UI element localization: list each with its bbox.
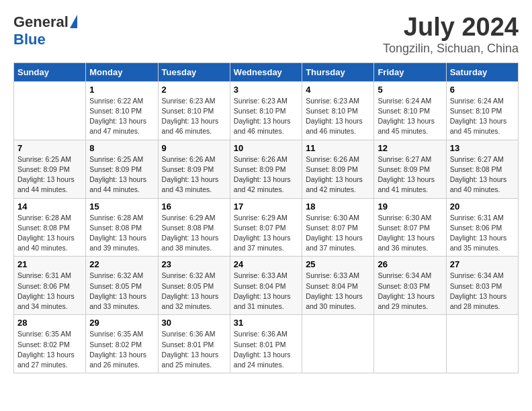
day-number: 12 <box>378 143 442 153</box>
day-number: 1 <box>89 85 154 95</box>
day-detail: Sunrise: 6:31 AM Sunset: 8:06 PM Dayligh… <box>450 213 515 254</box>
day-detail: Sunrise: 6:22 AM Sunset: 8:10 PM Dayligh… <box>89 96 154 137</box>
calendar-table: SundayMondayTuesdayWednesdayThursdayFrid… <box>13 62 519 373</box>
calendar-cell: 13Sunrise: 6:27 AM Sunset: 8:08 PM Dayli… <box>446 140 518 198</box>
calendar-cell: 5Sunrise: 6:24 AM Sunset: 8:10 PM Daylig… <box>374 81 446 140</box>
page-header: General Blue July 2024 Tongzilin, Sichua… <box>13 13 519 56</box>
location: Tongzilin, Sichuan, China <box>383 42 519 56</box>
day-detail: Sunrise: 6:30 AM Sunset: 8:07 PM Dayligh… <box>306 213 370 254</box>
calendar-cell: 9Sunrise: 6:26 AM Sunset: 8:09 PM Daylig… <box>158 140 230 198</box>
day-number: 21 <box>17 259 82 269</box>
calendar-cell: 25Sunrise: 6:33 AM Sunset: 8:04 PM Dayli… <box>302 257 374 315</box>
calendar-cell: 28Sunrise: 6:35 AM Sunset: 8:02 PM Dayli… <box>14 315 86 373</box>
day-detail: Sunrise: 6:26 AM Sunset: 8:09 PM Dayligh… <box>306 154 370 195</box>
day-number: 9 <box>162 143 226 153</box>
header-wednesday: Wednesday <box>230 62 302 81</box>
calendar-cell: 3Sunrise: 6:23 AM Sunset: 8:10 PM Daylig… <box>230 81 302 140</box>
day-number: 24 <box>234 259 298 269</box>
header-tuesday: Tuesday <box>158 62 230 81</box>
day-number: 14 <box>17 201 82 212</box>
day-number: 11 <box>306 143 370 153</box>
day-number: 20 <box>450 201 515 212</box>
day-number: 4 <box>306 85 370 95</box>
day-number: 27 <box>450 259 515 269</box>
logo: General Blue <box>13 13 77 48</box>
day-detail: Sunrise: 6:36 AM Sunset: 8:01 PM Dayligh… <box>162 329 226 370</box>
day-number: 28 <box>17 318 82 328</box>
day-detail: Sunrise: 6:28 AM Sunset: 8:08 PM Dayligh… <box>89 213 154 254</box>
day-detail: Sunrise: 6:24 AM Sunset: 8:10 PM Dayligh… <box>450 96 515 137</box>
day-detail: Sunrise: 6:23 AM Sunset: 8:10 PM Dayligh… <box>234 96 298 137</box>
calendar-cell: 12Sunrise: 6:27 AM Sunset: 8:09 PM Dayli… <box>374 140 446 198</box>
calendar-week-row: 21Sunrise: 6:31 AM Sunset: 8:06 PM Dayli… <box>14 257 519 315</box>
calendar-cell: 1Sunrise: 6:22 AM Sunset: 8:10 PM Daylig… <box>86 81 158 140</box>
day-number: 25 <box>306 259 370 269</box>
day-detail: Sunrise: 6:35 AM Sunset: 8:02 PM Dayligh… <box>17 329 82 370</box>
calendar-week-row: 7Sunrise: 6:25 AM Sunset: 8:09 PM Daylig… <box>14 140 519 198</box>
day-detail: Sunrise: 6:34 AM Sunset: 8:03 PM Dayligh… <box>378 271 442 312</box>
day-detail: Sunrise: 6:31 AM Sunset: 8:06 PM Dayligh… <box>17 271 82 312</box>
header-saturday: Saturday <box>446 62 518 81</box>
calendar-cell: 7Sunrise: 6:25 AM Sunset: 8:09 PM Daylig… <box>14 140 86 198</box>
day-detail: Sunrise: 6:32 AM Sunset: 8:05 PM Dayligh… <box>162 271 226 312</box>
header-thursday: Thursday <box>302 62 374 81</box>
calendar-cell: 21Sunrise: 6:31 AM Sunset: 8:06 PM Dayli… <box>14 257 86 315</box>
day-number: 5 <box>378 85 442 95</box>
calendar-cell: 17Sunrise: 6:29 AM Sunset: 8:07 PM Dayli… <box>230 198 302 257</box>
calendar-cell: 23Sunrise: 6:32 AM Sunset: 8:05 PM Dayli… <box>158 257 230 315</box>
calendar-cell: 22Sunrise: 6:32 AM Sunset: 8:05 PM Dayli… <box>86 257 158 315</box>
calendar-cell: 19Sunrise: 6:30 AM Sunset: 8:07 PM Dayli… <box>374 198 446 257</box>
header-sunday: Sunday <box>14 62 86 81</box>
calendar-week-row: 28Sunrise: 6:35 AM Sunset: 8:02 PM Dayli… <box>14 315 519 373</box>
calendar-cell <box>302 315 374 373</box>
day-number: 30 <box>162 318 226 328</box>
calendar-cell: 10Sunrise: 6:26 AM Sunset: 8:09 PM Dayli… <box>230 140 302 198</box>
day-detail: Sunrise: 6:33 AM Sunset: 8:04 PM Dayligh… <box>306 271 370 312</box>
calendar-cell: 24Sunrise: 6:33 AM Sunset: 8:04 PM Dayli… <box>230 257 302 315</box>
calendar-cell: 11Sunrise: 6:26 AM Sunset: 8:09 PM Dayli… <box>302 140 374 198</box>
day-detail: Sunrise: 6:34 AM Sunset: 8:03 PM Dayligh… <box>450 271 515 312</box>
day-number: 18 <box>306 201 370 212</box>
day-number: 15 <box>89 201 154 212</box>
day-number: 13 <box>450 143 515 153</box>
logo-general: General <box>13 13 69 31</box>
calendar-cell: 15Sunrise: 6:28 AM Sunset: 8:08 PM Dayli… <box>86 198 158 257</box>
day-detail: Sunrise: 6:23 AM Sunset: 8:10 PM Dayligh… <box>306 96 370 137</box>
calendar-cell: 2Sunrise: 6:23 AM Sunset: 8:10 PM Daylig… <box>158 81 230 140</box>
day-detail: Sunrise: 6:33 AM Sunset: 8:04 PM Dayligh… <box>234 271 298 312</box>
day-number: 10 <box>234 143 298 153</box>
day-number: 3 <box>234 85 298 95</box>
calendar-cell: 26Sunrise: 6:34 AM Sunset: 8:03 PM Dayli… <box>374 257 446 315</box>
calendar-week-row: 14Sunrise: 6:28 AM Sunset: 8:08 PM Dayli… <box>14 198 519 257</box>
day-number: 6 <box>450 85 515 95</box>
header-monday: Monday <box>86 62 158 81</box>
day-detail: Sunrise: 6:25 AM Sunset: 8:09 PM Dayligh… <box>17 154 82 195</box>
calendar-cell: 6Sunrise: 6:24 AM Sunset: 8:10 PM Daylig… <box>446 81 518 140</box>
calendar-cell <box>374 315 446 373</box>
month-year: July 2024 <box>383 13 519 42</box>
day-number: 8 <box>89 143 154 153</box>
day-detail: Sunrise: 6:27 AM Sunset: 8:09 PM Dayligh… <box>378 154 442 195</box>
day-detail: Sunrise: 6:28 AM Sunset: 8:08 PM Dayligh… <box>17 213 82 254</box>
day-number: 31 <box>234 318 298 328</box>
day-detail: Sunrise: 6:30 AM Sunset: 8:07 PM Dayligh… <box>378 213 442 254</box>
day-number: 29 <box>89 318 154 328</box>
calendar-header-row: SundayMondayTuesdayWednesdayThursdayFrid… <box>14 62 519 81</box>
calendar-week-row: 1Sunrise: 6:22 AM Sunset: 8:10 PM Daylig… <box>14 81 519 140</box>
calendar-cell: 27Sunrise: 6:34 AM Sunset: 8:03 PM Dayli… <box>446 257 518 315</box>
day-detail: Sunrise: 6:24 AM Sunset: 8:10 PM Dayligh… <box>378 96 442 137</box>
calendar-cell: 16Sunrise: 6:29 AM Sunset: 8:08 PM Dayli… <box>158 198 230 257</box>
day-detail: Sunrise: 6:29 AM Sunset: 8:07 PM Dayligh… <box>234 213 298 254</box>
logo-blue: Blue <box>13 31 46 48</box>
day-detail: Sunrise: 6:26 AM Sunset: 8:09 PM Dayligh… <box>162 154 226 195</box>
day-detail: Sunrise: 6:27 AM Sunset: 8:08 PM Dayligh… <box>450 154 515 195</box>
calendar-cell: 8Sunrise: 6:25 AM Sunset: 8:09 PM Daylig… <box>86 140 158 198</box>
calendar-cell: 30Sunrise: 6:36 AM Sunset: 8:01 PM Dayli… <box>158 315 230 373</box>
calendar-cell <box>14 81 86 140</box>
calendar-cell: 31Sunrise: 6:36 AM Sunset: 8:01 PM Dayli… <box>230 315 302 373</box>
day-detail: Sunrise: 6:36 AM Sunset: 8:01 PM Dayligh… <box>234 329 298 370</box>
calendar-cell <box>446 315 518 373</box>
day-detail: Sunrise: 6:23 AM Sunset: 8:10 PM Dayligh… <box>162 96 226 137</box>
day-number: 7 <box>17 143 82 153</box>
logo-triangle-icon <box>70 15 77 28</box>
